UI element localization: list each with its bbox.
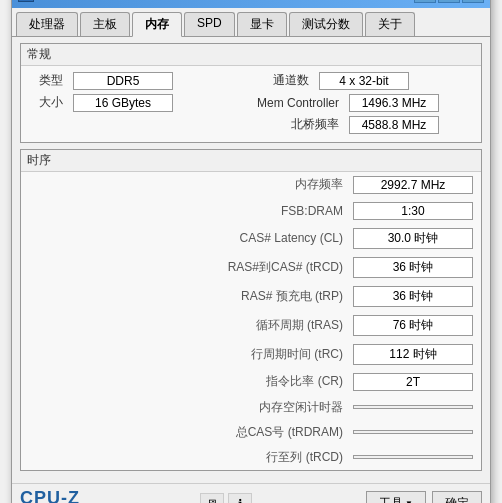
tab-motherboard[interactable]: 主板 (80, 12, 130, 36)
timing-row: 总CAS号 (tRDRAM) (21, 420, 481, 445)
timing-section: 时序 内存频率2992.7 MHzFSB:DRAM1:30CAS# Latenc… (20, 149, 482, 471)
confirm-button[interactable]: 确定 (432, 491, 482, 503)
tools-button[interactable]: 工具 ▼ (366, 491, 426, 503)
timing-row-value: 2992.7 MHz (353, 176, 473, 194)
timing-row-label: 行至列 (tRCD) (29, 449, 353, 466)
timing-row-label: 循环周期 (tRAS) (29, 317, 353, 334)
timing-row-value (353, 455, 473, 459)
info-icon[interactable]: ℹ (228, 493, 252, 504)
title-bar-left: C CPU-Z (18, 0, 77, 2)
timing-row: 循环周期 (tRAS)76 时钟 (21, 311, 481, 340)
mem-controller-value: 1496.3 MHz (349, 94, 439, 112)
timing-row: FSB:DRAM1:30 (21, 198, 481, 224)
tab-processor[interactable]: 处理器 (16, 12, 78, 36)
timing-row: 内存频率2992.7 MHz (21, 172, 481, 198)
minimize-button[interactable]: — (414, 0, 436, 3)
timing-row: RAS# 预充电 (tRP)36 时钟 (21, 282, 481, 311)
general-section-content: 类型 DDR5 通道数 4 x 32-bit 大小 16 GBytes (21, 66, 481, 142)
tab-bar: 处理器 主板 内存 SPD 显卡 测试分数 关于 (12, 8, 490, 37)
timing-row-label: 内存频率 (29, 176, 353, 193)
tab-memory[interactable]: 内存 (132, 12, 182, 37)
timing-row: CAS# Latency (CL)30.0 时钟 (21, 224, 481, 253)
confirm-label: 确定 (445, 496, 469, 503)
general-section: 常规 类型 DDR5 通道数 4 x 32-bit 大小 (20, 43, 482, 143)
tab-benchmark[interactable]: 测试分数 (289, 12, 363, 36)
tools-label: 工具 (379, 495, 403, 503)
dropdown-arrow-icon: ▼ (405, 499, 413, 503)
timing-row-value: 36 时钟 (353, 286, 473, 307)
timing-row: 内存空闲计时器 (21, 395, 481, 420)
close-button[interactable]: ✕ (462, 0, 484, 3)
timing-row: 指令比率 (CR)2T (21, 369, 481, 395)
northbridge-label: 北桥频率 (255, 116, 345, 133)
timing-row-label: CAS# Latency (CL) (29, 231, 353, 245)
mem-controller-label: Mem Controller (255, 96, 345, 110)
app-icon: C (18, 0, 34, 2)
timing-row-value: 30.0 时钟 (353, 228, 473, 249)
timing-row-label: FSB:DRAM (29, 204, 353, 218)
timing-row-value: 76 时钟 (353, 315, 473, 336)
timing-row-label: RAS# 预充电 (tRP) (29, 288, 353, 305)
timing-row-value: 112 时钟 (353, 344, 473, 365)
timing-row-value (353, 405, 473, 409)
maximize-button[interactable]: □ (438, 0, 460, 3)
tab-about[interactable]: 关于 (365, 12, 415, 36)
timing-section-title: 时序 (21, 150, 481, 172)
size-value: 16 GBytes (73, 94, 173, 112)
timing-row-label: 指令比率 (CR) (29, 373, 353, 390)
northbridge-value: 4588.8 MHz (349, 116, 439, 134)
type-label: 类型 (29, 72, 69, 89)
content-area: 常规 类型 DDR5 通道数 4 x 32-bit 大小 (12, 37, 490, 483)
timing-row-label: 总CAS号 (tRDRAM) (29, 424, 353, 441)
title-buttons: — □ ✕ (414, 0, 484, 3)
bottom-right: 工具 ▼ 确定 (366, 491, 482, 503)
tab-gpu[interactable]: 显卡 (237, 12, 287, 36)
timing-row-value: 36 时钟 (353, 257, 473, 278)
type-value: DDR5 (73, 72, 173, 90)
size-label: 大小 (29, 94, 69, 111)
logo-text: CPU-Z (20, 488, 80, 504)
timing-row: 行周期时间 (tRC)112 时钟 (21, 340, 481, 369)
timing-row-value: 2T (353, 373, 473, 391)
timing-row: 行至列 (tRCD) (21, 445, 481, 470)
channels-label: 通道数 (255, 72, 315, 89)
channels-value: 4 x 32-bit (319, 72, 409, 90)
title-bar: C CPU-Z — □ ✕ (12, 0, 490, 8)
window-title: CPU-Z (40, 0, 77, 1)
timing-rows: 内存频率2992.7 MHzFSB:DRAM1:30CAS# Latency (… (21, 172, 481, 470)
logo-area: CPU-Z Ver. 2.03.0.x64 (20, 488, 87, 504)
timing-row-label: 行周期时间 (tRC) (29, 346, 353, 363)
timing-row-label: 内存空闲计时器 (29, 399, 353, 416)
bottom-bar: CPU-Z Ver. 2.03.0.x64 🖥 ℹ 工具 ▼ 确定 (12, 483, 490, 504)
timing-row-label: RAS#到CAS# (tRCD) (29, 259, 353, 276)
general-section-title: 常规 (21, 44, 481, 66)
timing-row-value: 1:30 (353, 202, 473, 220)
cpu-icon[interactable]: 🖥 (200, 493, 224, 504)
timing-row-value (353, 430, 473, 434)
main-window: C CPU-Z — □ ✕ 处理器 主板 内存 SPD 显卡 测试分数 关于 常… (11, 0, 491, 503)
timing-row: RAS#到CAS# (tRCD)36 时钟 (21, 253, 481, 282)
bottom-icons: 🖥 ℹ (200, 493, 252, 504)
tab-spd[interactable]: SPD (184, 12, 235, 36)
